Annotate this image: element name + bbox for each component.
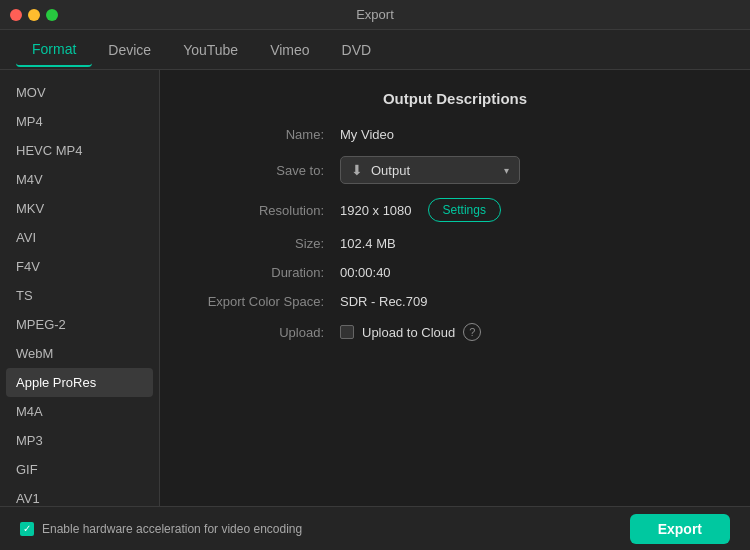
duration-value: 00:00:40 — [340, 265, 391, 280]
sidebar-item-ts[interactable]: TS — [0, 281, 159, 310]
upload-cloud-label: Upload to Cloud — [362, 325, 455, 340]
save-to-row: Save to: ⬇ Output ▾ — [190, 156, 720, 184]
export-button[interactable]: Export — [630, 514, 730, 544]
name-label: Name: — [190, 127, 340, 142]
help-icon[interactable]: ? — [463, 323, 481, 341]
sidebar-item-gif[interactable]: GIF — [0, 455, 159, 484]
duration-label: Duration: — [190, 265, 340, 280]
duration-row: Duration: 00:00:40 — [190, 265, 720, 280]
save-folder-icon: ⬇ — [351, 162, 363, 178]
bottom-bar: ✓ Enable hardware acceleration for video… — [0, 506, 750, 550]
sidebar-item-mp3[interactable]: MP3 — [0, 426, 159, 455]
color-space-label: Export Color Space: — [190, 294, 340, 309]
main-content: MOV MP4 HEVC MP4 M4V MKV AVI F4V TS MPEG… — [0, 70, 750, 506]
size-row: Size: 102.4 MB — [190, 236, 720, 251]
sidebar-item-mkv[interactable]: MKV — [0, 194, 159, 223]
save-to-label: Save to: — [190, 163, 340, 178]
sidebar-item-apple-prores[interactable]: Apple ProRes — [6, 368, 153, 397]
title-bar: Export — [0, 0, 750, 30]
tabs-bar: Format Device YouTube Vimeo DVD — [0, 30, 750, 70]
upload-cloud-checkbox[interactable] — [340, 325, 354, 339]
maximize-dot[interactable] — [46, 9, 58, 21]
tab-format[interactable]: Format — [16, 33, 92, 67]
tab-dvd[interactable]: DVD — [326, 34, 388, 66]
name-value: My Video — [340, 127, 394, 142]
sidebar-item-hevc-mp4[interactable]: HEVC MP4 — [0, 136, 159, 165]
minimize-dot[interactable] — [28, 9, 40, 21]
settings-button[interactable]: Settings — [428, 198, 501, 222]
tab-vimeo[interactable]: Vimeo — [254, 34, 325, 66]
dropdown-inner: ⬇ Output — [351, 162, 410, 178]
resolution-label: Resolution: — [190, 203, 340, 218]
sidebar-item-m4v[interactable]: M4V — [0, 165, 159, 194]
size-value: 102.4 MB — [340, 236, 396, 251]
save-to-dropdown[interactable]: ⬇ Output ▾ — [340, 156, 520, 184]
sidebar-item-m4a[interactable]: M4A — [0, 397, 159, 426]
name-row: Name: My Video — [190, 127, 720, 142]
tab-device[interactable]: Device — [92, 34, 167, 66]
upload-controls: Upload to Cloud ? — [340, 323, 481, 341]
resolution-row: Resolution: 1920 x 1080 Settings — [190, 198, 720, 222]
sidebar-item-mp4[interactable]: MP4 — [0, 107, 159, 136]
close-dot[interactable] — [10, 9, 22, 21]
size-label: Size: — [190, 236, 340, 251]
output-panel: Output Descriptions Name: My Video Save … — [160, 70, 750, 506]
sidebar-item-mov[interactable]: MOV — [0, 78, 159, 107]
sidebar-item-mpeg2[interactable]: MPEG-2 — [0, 310, 159, 339]
tab-youtube[interactable]: YouTube — [167, 34, 254, 66]
sidebar-item-av1[interactable]: AV1 — [0, 484, 159, 506]
resolution-value: 1920 x 1080 — [340, 203, 412, 218]
upload-row: Upload: Upload to Cloud ? — [190, 323, 720, 341]
save-to-value: Output — [371, 163, 410, 178]
format-sidebar: MOV MP4 HEVC MP4 M4V MKV AVI F4V TS MPEG… — [0, 70, 160, 506]
hw-accel-checkbox[interactable]: ✓ — [20, 522, 34, 536]
sidebar-item-webm[interactable]: WebM — [0, 339, 159, 368]
color-space-value: SDR - Rec.709 — [340, 294, 427, 309]
window-title: Export — [356, 7, 394, 22]
hw-accel-label: Enable hardware acceleration for video e… — [42, 522, 302, 536]
chevron-down-icon: ▾ — [504, 165, 509, 176]
hw-accel-row: ✓ Enable hardware acceleration for video… — [20, 522, 302, 536]
color-space-row: Export Color Space: SDR - Rec.709 — [190, 294, 720, 309]
sidebar-item-f4v[interactable]: F4V — [0, 252, 159, 281]
sidebar-item-avi[interactable]: AVI — [0, 223, 159, 252]
panel-title: Output Descriptions — [190, 90, 720, 107]
upload-label: Upload: — [190, 325, 340, 340]
window-controls — [10, 9, 58, 21]
